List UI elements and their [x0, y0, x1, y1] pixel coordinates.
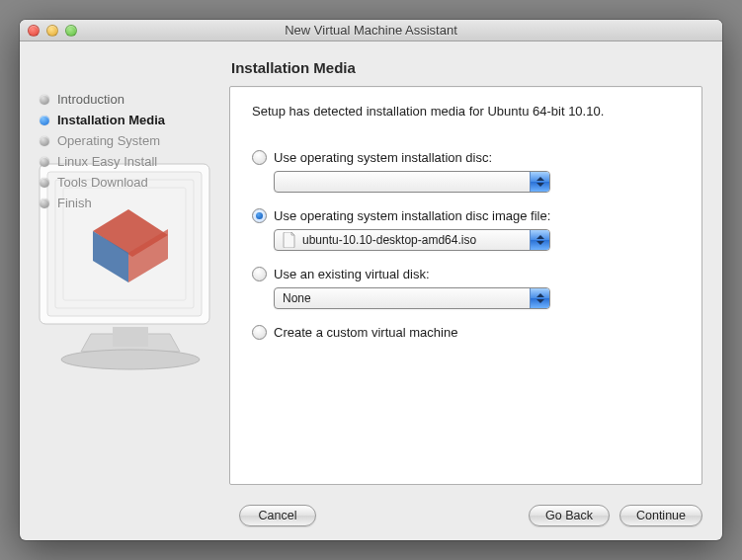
step-label: Tools Download [57, 175, 148, 190]
go-back-button[interactable]: Go Back [529, 505, 610, 526]
titlebar[interactable]: New Virtual Machine Assistant [20, 20, 722, 41]
option-use-disc: Use operating system installation disc: [252, 150, 680, 193]
step-bullet-icon [40, 157, 49, 167]
custom-vm-radio[interactable] [252, 325, 267, 340]
step-label: Finish [57, 196, 92, 210]
window-title: New Virtual Machine Assistant [285, 23, 457, 38]
step-tools-download: Tools Download [40, 172, 215, 193]
step-introduction: Introduction [40, 89, 215, 110]
zoom-window-button[interactable] [65, 25, 77, 37]
image-file-value: ubuntu-10.10-desktop-amd64.iso [302, 233, 549, 247]
step-bullet-icon [40, 178, 49, 188]
option-use-image: Use operating system installation disc i… [252, 208, 680, 251]
step-operating-system: Operating System [40, 130, 215, 151]
traffic-lights [28, 25, 77, 37]
step-linux-easy-install: Linux Easy Install [40, 151, 215, 172]
minimize-window-button[interactable] [46, 25, 58, 37]
step-label: Installation Media [57, 113, 165, 127]
use-image-radio[interactable] [252, 208, 267, 223]
step-bullet-icon [40, 95, 49, 105]
disc-select[interactable] [274, 171, 550, 193]
existing-disk-value: None [283, 291, 549, 305]
use-existing-radio[interactable] [252, 267, 267, 281]
option-custom-row[interactable]: Create a custom virtual machine [252, 325, 680, 340]
continue-button[interactable]: Continue [619, 505, 702, 526]
option-use-image-row[interactable]: Use operating system installation disc i… [252, 208, 680, 223]
sidebar: Introduction Installation Media Operatin… [34, 59, 219, 485]
svg-point-4 [61, 350, 200, 369]
detected-media-text: Setup has detected installation media fo… [252, 103, 680, 120]
existing-disk-select[interactable]: None [274, 287, 550, 309]
step-label: Linux Easy Install [57, 154, 157, 169]
step-label: Introduction [57, 92, 124, 107]
iso-file-icon [283, 232, 296, 248]
use-disc-label: Use operating system installation disc: [274, 150, 492, 165]
use-image-label: Use operating system installation disc i… [274, 208, 550, 223]
footer: Cancel Go Back Continue [20, 497, 722, 540]
select-stepper-icon [530, 288, 549, 308]
page-heading: Installation Media [229, 59, 702, 76]
step-bullet-icon [40, 116, 49, 125]
cancel-button[interactable]: Cancel [239, 505, 316, 526]
custom-vm-label: Create a custom virtual machine [274, 325, 457, 340]
assistant-body: Introduction Installation Media Operatin… [20, 41, 722, 497]
step-list: Introduction Installation Media Operatin… [40, 89, 215, 213]
close-window-button[interactable] [28, 25, 40, 37]
step-label: Operating System [57, 133, 160, 148]
main-panel: Installation Media Setup has detected in… [229, 59, 702, 485]
step-finish: Finish [40, 193, 215, 213]
select-stepper-icon [530, 172, 549, 192]
image-file-select[interactable]: ubuntu-10.10-desktop-amd64.iso [274, 229, 550, 251]
option-use-existing: Use an existing virtual disk: None [252, 267, 680, 309]
option-custom: Create a custom virtual machine [252, 325, 680, 340]
option-use-existing-row[interactable]: Use an existing virtual disk: [252, 267, 680, 281]
use-existing-label: Use an existing virtual disk: [274, 267, 430, 281]
svg-rect-5 [113, 327, 148, 347]
step-installation-media: Installation Media [40, 110, 215, 130]
option-use-disc-row[interactable]: Use operating system installation disc: [252, 150, 680, 165]
assistant-window: New Virtual Machine Assistant Introducti… [20, 20, 722, 540]
content-box: Setup has detected installation media fo… [229, 86, 702, 485]
step-bullet-icon [40, 136, 49, 146]
step-bullet-icon [40, 199, 49, 208]
use-disc-radio[interactable] [252, 150, 267, 165]
select-stepper-icon [530, 230, 549, 250]
